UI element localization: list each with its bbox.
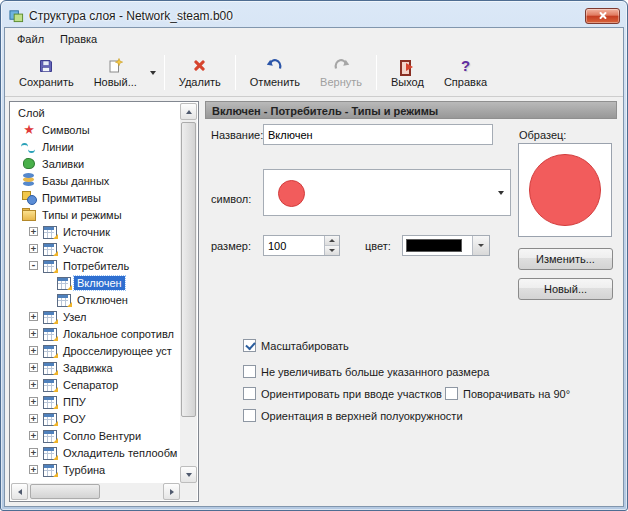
redo-button-label: Вернуть bbox=[320, 76, 362, 88]
rotate-90-checkbox[interactable]: Поворачивать на 90° bbox=[445, 387, 570, 400]
close-icon bbox=[598, 11, 607, 20]
expand-icon[interactable]: + bbox=[29, 244, 38, 253]
tree-item[interactable]: +Локальное сопротивл bbox=[11, 325, 180, 342]
redo-button[interactable]: Вернуть bbox=[310, 51, 372, 94]
tree-item-label: Задвижка bbox=[60, 361, 116, 375]
tree-item[interactable]: +Дросселирующее уст bbox=[11, 342, 180, 359]
tree-item-label: РОУ bbox=[60, 412, 88, 426]
tree-item[interactable]: +Задвижка bbox=[11, 359, 180, 376]
window-title: Структура слоя - Network_steam.b00 bbox=[29, 9, 233, 23]
checkbox-unchecked-icon[interactable] bbox=[445, 387, 458, 400]
tree-item[interactable]: +Сопло Вентури bbox=[11, 427, 180, 444]
tree-item-label: Включен bbox=[74, 276, 125, 290]
tree-item[interactable]: Заливки bbox=[11, 155, 180, 172]
tree-item-label: Турбина bbox=[60, 463, 108, 477]
tree-item[interactable]: +Охладитель теплообм bbox=[11, 444, 180, 461]
color-combobox[interactable] bbox=[402, 235, 490, 256]
table-icon bbox=[42, 360, 58, 375]
expand-icon[interactable]: + bbox=[29, 312, 38, 321]
horizontal-scrollbar[interactable] bbox=[11, 483, 180, 500]
color-dropdown-button[interactable] bbox=[472, 236, 489, 255]
tree-item[interactable]: +Узел bbox=[11, 308, 180, 325]
table-icon bbox=[42, 241, 58, 256]
size-input[interactable] bbox=[264, 236, 324, 255]
tree-item[interactable]: +ППУ bbox=[11, 393, 180, 410]
tree-item-label: Источник bbox=[60, 225, 113, 239]
vertical-scroll-thumb[interactable] bbox=[181, 122, 196, 417]
expand-icon[interactable]: + bbox=[29, 346, 38, 355]
tree-item-label: Сепаратор bbox=[60, 378, 121, 392]
delete-button[interactable]: Удалить bbox=[169, 51, 231, 94]
spinner-down-button[interactable] bbox=[325, 245, 339, 255]
new-dropdown-button[interactable] bbox=[147, 51, 160, 94]
symbol-dropdown-button[interactable] bbox=[492, 170, 510, 215]
checkbox-label: Ориентировать при вводе участков bbox=[261, 388, 442, 400]
sample-preview bbox=[518, 143, 612, 237]
upper-semicircle-checkbox[interactable]: Ориентация в верхней полуокружности bbox=[243, 409, 463, 422]
tree-item[interactable]: Отключен bbox=[11, 291, 180, 308]
vertical-scrollbar[interactable] bbox=[180, 103, 197, 483]
undo-button[interactable]: Отменить bbox=[240, 51, 310, 94]
orient-input-checkbox[interactable]: Ориентировать при вводе участков bbox=[243, 387, 442, 400]
checkbox-unchecked-icon[interactable] bbox=[243, 365, 256, 378]
tree-item[interactable]: Включен bbox=[11, 274, 180, 291]
exit-button[interactable]: Выход bbox=[381, 51, 434, 94]
close-button[interactable] bbox=[585, 8, 620, 24]
tree-item[interactable]: Слой bbox=[11, 104, 180, 121]
tree-item[interactable]: Типы и режимы bbox=[11, 206, 180, 223]
spinner-buttons bbox=[324, 236, 339, 255]
tree-item[interactable]: +Турбина bbox=[11, 461, 180, 478]
checkbox-checked-icon[interactable] bbox=[243, 339, 256, 352]
tree-item[interactable]: Базы данных bbox=[11, 172, 180, 189]
expand-icon[interactable]: + bbox=[29, 397, 38, 406]
menu-edit[interactable]: Правка bbox=[52, 30, 105, 48]
expand-icon[interactable]: + bbox=[29, 380, 38, 389]
scroll-down-button[interactable] bbox=[180, 466, 197, 483]
expand-icon[interactable]: + bbox=[29, 329, 38, 338]
tree-item[interactable]: +Источник bbox=[11, 223, 180, 240]
expand-icon[interactable]: + bbox=[29, 465, 38, 474]
new-symbol-button[interactable]: Новый... bbox=[518, 278, 613, 300]
tree-item-label: Базы данных bbox=[39, 174, 112, 188]
scroll-track[interactable] bbox=[102, 483, 163, 500]
checkbox-unchecked-icon[interactable] bbox=[243, 387, 256, 400]
database-icon bbox=[21, 173, 37, 188]
scroll-right-button[interactable] bbox=[163, 483, 180, 500]
properties-panel: Включен - Потребитель - Типы и режимы На… bbox=[205, 101, 619, 502]
help-button[interactable]: Справка bbox=[434, 51, 497, 94]
new-icon bbox=[107, 57, 123, 74]
expand-icon[interactable]: + bbox=[29, 414, 38, 423]
tree-item[interactable]: +Сепаратор bbox=[11, 376, 180, 393]
checkbox-unchecked-icon[interactable] bbox=[243, 409, 256, 422]
change-button[interactable]: Изменить... bbox=[518, 248, 613, 270]
scroll-left-button[interactable] bbox=[11, 483, 28, 500]
menu-file[interactable]: Файл bbox=[9, 30, 52, 48]
tree-item[interactable]: +РОУ bbox=[11, 410, 180, 427]
symbol-combobox[interactable] bbox=[263, 169, 511, 216]
scale-checkbox[interactable]: Масштабировать bbox=[243, 339, 349, 352]
tree-item[interactable]: Линии bbox=[11, 138, 180, 155]
new-button[interactable]: Новый... bbox=[84, 51, 147, 94]
horizontal-scroll-thumb[interactable] bbox=[30, 484, 100, 499]
tree-item[interactable]: Символы bbox=[11, 121, 180, 138]
titlebar[interactable]: Структура слоя - Network_steam.b00 bbox=[4, 4, 624, 27]
expand-icon[interactable]: + bbox=[29, 448, 38, 457]
expand-icon[interactable]: + bbox=[29, 363, 38, 372]
tree-item-label: ППУ bbox=[60, 395, 89, 409]
name-input[interactable] bbox=[263, 124, 493, 145]
save-button[interactable]: Сохранить bbox=[9, 51, 84, 94]
spinner-up-button[interactable] bbox=[325, 236, 339, 245]
tree-item[interactable]: Примитивы bbox=[11, 189, 180, 206]
tree-item-label: Слой bbox=[15, 106, 48, 120]
collapse-icon[interactable]: - bbox=[29, 261, 38, 270]
tree-item[interactable]: -Потребитель bbox=[11, 257, 180, 274]
expand-icon[interactable]: + bbox=[29, 431, 38, 440]
tree-item-label: Сопло Вентури bbox=[60, 429, 144, 443]
scroll-up-button[interactable] bbox=[180, 103, 197, 120]
no-enlarge-checkbox[interactable]: Не увеличивать больше указанного размера bbox=[243, 365, 489, 378]
symbol-preview-circle bbox=[278, 180, 305, 207]
expand-icon[interactable]: + bbox=[29, 227, 38, 236]
tree-item[interactable]: +Участок bbox=[11, 240, 180, 257]
layer-tree: СлойСимволыЛинииЗаливкиБазы данныхПримит… bbox=[11, 103, 180, 483]
chevron-right-icon bbox=[170, 489, 174, 495]
